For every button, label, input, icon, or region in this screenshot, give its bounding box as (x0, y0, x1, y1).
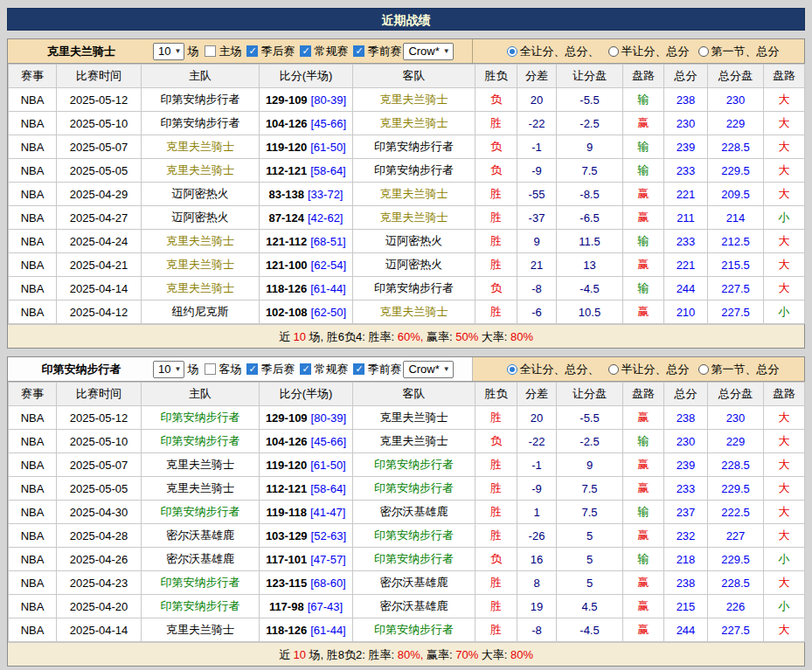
date-cell: 2025-04-23 (57, 571, 142, 595)
away-team-cell: 印第安纳步行者 (353, 618, 475, 642)
score-type-radio[interactable] (608, 364, 619, 375)
score-type-radio[interactable] (698, 46, 709, 57)
summary-segment: 近 (279, 330, 294, 343)
score-type-radio[interactable] (698, 364, 709, 375)
chevron-down-icon: ▼ (443, 47, 450, 55)
date-cell: 2025-04-29 (57, 183, 142, 206)
score-type-radio-label[interactable]: 全让分、总分、 (520, 44, 600, 59)
page-title: 近期战绩 (7, 8, 805, 31)
half-score: [68-60] (310, 577, 345, 590)
filter-checkbox-label[interactable]: 常规赛 (314, 363, 348, 376)
filter-checkbox-label[interactable]: 季后赛 (260, 45, 295, 58)
point-diff-cell: -9 (517, 159, 557, 183)
handicap-line-cell: -8.5 (557, 183, 623, 206)
handicap-line-cell: 5 (557, 524, 623, 548)
home-team-cell: 印第安纳步行者 (142, 595, 260, 618)
score-cell: 121-112[68-51] (260, 230, 353, 253)
win-lose-cell: 胜 (475, 453, 517, 477)
handicap-result-cell: 输 (623, 548, 664, 571)
score-cell: 104-126[45-66] (260, 112, 353, 135)
total-result-cell: 小 (764, 548, 805, 571)
handicap-line-cell: -4.5 (557, 277, 623, 300)
table-row: NBA2025-04-27迈阿密热火87-124[42-62]克里夫兰骑士胜-3… (9, 206, 805, 230)
table-row: NBA2025-05-10印第安纳步行者104-126[45-66]克里夫兰骑士… (9, 430, 805, 453)
filter-checkbox[interactable] (353, 45, 364, 57)
home-team-cell: 密尔沃基雄鹿 (142, 548, 260, 571)
filter-checkbox-label[interactable]: 客场 (219, 363, 241, 376)
score-type-radio-label[interactable]: 半让分、总分 (621, 362, 690, 377)
total-line-cell: 226 (708, 595, 764, 618)
score-type-radio[interactable] (507, 46, 517, 57)
handicap-line-cell: 5 (557, 548, 623, 571)
total-points-cell: 239 (664, 453, 708, 477)
home-team-cell: 印第安纳步行者 (142, 88, 260, 112)
away-team-cell: 印第安纳步行者 (353, 277, 475, 300)
handicap-result-cell: 赢 (623, 571, 664, 595)
filter-checkbox[interactable] (246, 363, 258, 375)
home-team-cell: 克里夫兰骑士 (142, 453, 260, 477)
filter-checkbox[interactable] (246, 45, 258, 57)
column-header: 赛事 (9, 65, 57, 88)
half-score: [45-66] (311, 117, 346, 130)
games-count-select[interactable]: 10 ▼ (153, 361, 184, 378)
games-count-select[interactable]: 10 ▼ (153, 43, 184, 60)
win-lose-cell: 胜 (475, 300, 517, 324)
score-type-radio-label[interactable]: 第一节、总分 (711, 362, 780, 377)
handicap-result-cell: 赢 (623, 618, 664, 642)
total-line-cell: 227.5 (708, 618, 764, 642)
score-type-radio-label[interactable]: 全让分、总分、 (520, 362, 600, 377)
handicap-line-cell: -5.5 (557, 406, 623, 430)
summary-segment: 场, 胜6负4: 胜率: (306, 330, 398, 343)
total-line-cell: 209.5 (708, 183, 764, 206)
filter-checkbox[interactable] (353, 363, 364, 375)
home-team-cell: 克里夫兰骑士 (142, 135, 260, 159)
filter-checkbox[interactable] (205, 363, 216, 375)
table-row: NBA2025-04-24克里夫兰骑士121-112[68-51]迈阿密热火胜9… (9, 230, 805, 253)
total-line-cell: 228.5 (708, 135, 764, 159)
odds-company-select[interactable]: Crow* ▼ (403, 43, 453, 60)
filter-checkbox[interactable] (300, 45, 311, 57)
win-lose-cell: 负 (475, 277, 517, 300)
win-lose-cell: 负 (475, 159, 517, 183)
filter-checkbox-label[interactable]: 主场 (219, 45, 241, 58)
score-type-radio-label[interactable]: 半让分、总分 (621, 44, 690, 59)
handicap-line-cell: 9 (557, 135, 623, 159)
half-score: [33-72] (308, 188, 343, 201)
handicap-result-cell: 输 (623, 277, 664, 300)
total-points-cell: 239 (664, 135, 708, 159)
score-type-radio[interactable] (608, 46, 619, 57)
full-score: 121-112 (266, 235, 307, 248)
full-score: 112-121 (266, 164, 307, 177)
filter-checkbox-label[interactable]: 季前赛 (367, 45, 401, 58)
summary-segment: 近 (279, 648, 294, 661)
date-cell: 2025-04-30 (57, 501, 142, 524)
odds-company-select[interactable]: Crow* ▼ (403, 361, 453, 378)
score-cell: 119-120[61-50] (260, 453, 353, 477)
score-type-radio[interactable] (507, 364, 517, 375)
score-type-radio-label[interactable]: 第一节、总分 (711, 44, 780, 59)
total-points-cell: 230 (664, 430, 708, 453)
league-cell: NBA (9, 524, 57, 548)
filter-checkbox-label[interactable]: 常规赛 (314, 45, 348, 58)
filter-checkbox-label[interactable]: 季后赛 (260, 363, 295, 376)
filter-left-panel: 印第安纳步行者 10 ▼ 场 客场季后赛常规赛季前赛 Crow* ▼ (8, 357, 473, 381)
odds-company-value: Crow* (408, 45, 439, 58)
filter-checkbox-label[interactable]: 季前赛 (367, 363, 401, 376)
filter-checkbox[interactable] (300, 363, 311, 375)
score-cell: 103-129[52-63] (260, 524, 353, 548)
win-lose-cell: 胜 (475, 571, 517, 595)
total-line-cell: 227 (708, 524, 764, 548)
filter-checkbox[interactable] (205, 45, 216, 57)
total-line-cell: 227.5 (708, 300, 764, 324)
handicap-result-cell: 赢 (623, 183, 664, 206)
table-row: NBA2025-05-12印第安纳步行者129-109[80-39]克里夫兰骑士… (9, 88, 805, 112)
home-team-cell: 克里夫兰骑士 (142, 277, 260, 300)
league-cell: NBA (9, 453, 57, 477)
summary-segment: 大率: (478, 330, 510, 343)
results-table: 赛事比赛时间主队比分(半场)客队胜负分差让分盘盘路总分总分盘盘路 NBA2025… (8, 64, 805, 324)
chevron-down-icon: ▼ (174, 47, 181, 55)
half-score: [58-64] (310, 164, 345, 177)
score-cell: 117-101[47-57] (260, 548, 353, 571)
date-cell: 2025-04-26 (57, 548, 142, 571)
total-line-cell: 228.5 (708, 453, 764, 477)
